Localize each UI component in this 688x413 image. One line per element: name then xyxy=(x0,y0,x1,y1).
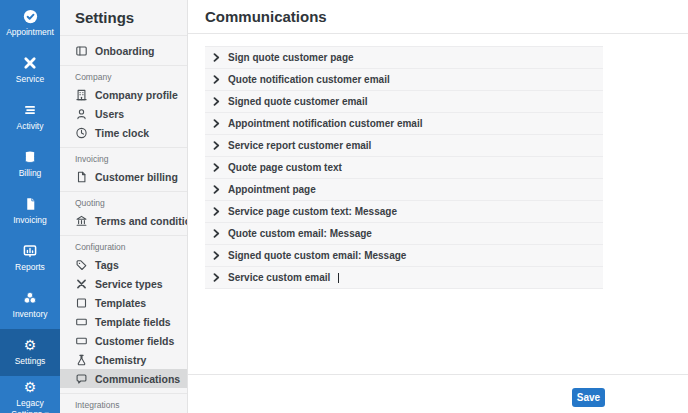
nav-item-legacy-settings[interactable]: ⚙Legacy Settings ▾ xyxy=(0,376,60,413)
accordion-row-label: Appointment notification customer email xyxy=(228,118,422,129)
settings-item-label: Customer fields xyxy=(95,335,174,347)
primary-sidebar: AppointmentServiceActivityBillingInvoici… xyxy=(0,0,60,413)
nav-item-label: Legacy Settings ▾ xyxy=(0,398,60,413)
user-icon xyxy=(75,108,88,120)
settings-item-tags[interactable]: Tags xyxy=(60,255,187,274)
gear-icon: ⚙ xyxy=(24,337,37,353)
accordion-row-label: Service custom email xyxy=(228,272,330,283)
settings-item-service-types[interactable]: Service types xyxy=(60,274,187,293)
settings-sidebar-title: Settings xyxy=(60,0,187,36)
chevron-right-icon xyxy=(213,163,220,172)
accordion-row-service-custom-email[interactable]: Service custom email xyxy=(205,267,603,289)
title-divider xyxy=(188,33,688,34)
crossed-tools-icon xyxy=(23,55,37,71)
nav-item-service[interactable]: Service xyxy=(0,47,60,94)
settings-item-label: Company profile xyxy=(95,89,178,101)
nav-item-billing[interactable]: Billing xyxy=(0,141,60,188)
settings-item-onboarding[interactable]: Onboarding xyxy=(60,41,187,60)
list-lines-icon xyxy=(23,102,37,118)
accordion-row-signed-quote-custom-email-message[interactable]: Signed quote custom email: Message xyxy=(205,245,603,267)
settings-item-label: Communications xyxy=(95,373,180,385)
settings-item-label: Template fields xyxy=(95,316,171,328)
accordion-row-quote-page-custom-text[interactable]: Quote page custom text xyxy=(205,157,603,179)
accordion-row-signed-quote-customer-email[interactable]: Signed quote customer email xyxy=(205,91,603,113)
accordion-row-appointment-notification-customer-email[interactable]: Appointment notification customer email xyxy=(205,113,603,135)
flask-icon xyxy=(75,354,88,366)
save-button[interactable]: Save xyxy=(572,388,605,407)
accordion-row-label: Service report customer email xyxy=(228,140,371,151)
nav-item-invoicing[interactable]: Invoicing xyxy=(0,188,60,235)
settings-item-terms-and-conditions[interactable]: Terms and conditions xyxy=(60,211,187,230)
nav-item-settings[interactable]: ⚙Settings xyxy=(0,329,60,376)
nav-item-activity[interactable]: Activity xyxy=(0,94,60,141)
square-icon xyxy=(75,297,88,309)
file-icon xyxy=(75,171,88,183)
onboarding-panel-icon xyxy=(75,45,88,57)
settings-item-template-fields[interactable]: Template fields xyxy=(60,312,187,331)
settings-item-chemistry[interactable]: Chemistry xyxy=(60,350,187,369)
chevron-right-icon xyxy=(213,141,220,150)
chat-bubble-icon xyxy=(75,373,88,385)
main-content: Communications Sign quote customer pageQ… xyxy=(188,0,688,413)
nav-item-label: Inventory xyxy=(11,309,50,320)
text-cursor xyxy=(338,273,339,283)
settings-item-label: Customer billing xyxy=(95,171,178,183)
page-title: Communications xyxy=(205,8,327,25)
accordion-row-label: Quote page custom text xyxy=(228,162,342,173)
settings-sidebar: Settings OnboardingCompanyCompany profil… xyxy=(60,0,188,413)
settings-item-communications[interactable]: Communications xyxy=(60,369,187,388)
accordion-row-appointment-page[interactable]: Appointment page xyxy=(205,179,603,201)
nav-item-reports[interactable]: Reports xyxy=(0,235,60,282)
accordion-row-label: Quote notification customer email xyxy=(228,74,390,85)
nav-item-appointment[interactable]: Appointment xyxy=(0,0,60,47)
chevron-right-icon xyxy=(213,207,220,216)
accordion-row-sign-quote-customer-page[interactable]: Sign quote customer page xyxy=(205,47,603,69)
chevron-right-icon xyxy=(213,251,220,260)
settings-item-label: Terms and conditions xyxy=(95,215,188,227)
settings-item-company-profile[interactable]: Company profile xyxy=(60,85,187,104)
wide-rect-icon xyxy=(75,316,88,328)
section-label-invoicing: Invoicing xyxy=(60,148,187,167)
settings-item-time-clock[interactable]: Time clock xyxy=(60,123,187,142)
settings-item-label: Users xyxy=(95,108,124,120)
settings-item-label: Tags xyxy=(95,259,119,271)
accordion-row-label: Service page custom text: Message xyxy=(228,206,397,217)
nav-item-label: Settings xyxy=(13,356,48,367)
settings-item-customer-fields[interactable]: Customer fields xyxy=(60,331,187,350)
chevron-right-icon xyxy=(213,97,220,106)
accordion-row-label: Signed quote customer email xyxy=(228,96,367,107)
chevron-right-icon xyxy=(213,185,220,194)
settings-item-customer-billing[interactable]: Customer billing xyxy=(60,167,187,186)
nav-item-label: Invoicing xyxy=(11,215,49,226)
chevron-right-icon xyxy=(213,273,220,282)
accordion-row-service-page-custom-text-message[interactable]: Service page custom text: Message xyxy=(205,201,603,223)
crossed-tools-icon xyxy=(75,278,88,290)
settings-item-label: Service types xyxy=(95,278,163,290)
settings-item-users[interactable]: Users xyxy=(60,104,187,123)
bar-chart-icon xyxy=(23,243,37,259)
settings-item-label: Chemistry xyxy=(95,354,146,366)
wide-rect-icon xyxy=(75,335,88,347)
document-icon xyxy=(24,196,37,212)
settings-item-templates[interactable]: Templates xyxy=(60,293,187,312)
nav-item-label: Reports xyxy=(13,262,47,273)
settings-item-label: Time clock xyxy=(95,127,149,139)
spheres-icon xyxy=(23,290,37,306)
accordion-row-label: Appointment page xyxy=(228,184,316,195)
chevron-right-icon xyxy=(213,75,220,84)
check-circle-icon xyxy=(23,8,38,24)
nav-item-label: Activity xyxy=(15,121,46,132)
nav-item-inventory[interactable]: Inventory xyxy=(0,282,60,329)
accordion-row-label: Signed quote custom email: Message xyxy=(228,250,406,261)
accordion-row-label: Sign quote customer page xyxy=(228,52,354,63)
accordion-row-quote-notification-customer-email[interactable]: Quote notification customer email xyxy=(205,69,603,91)
settings-item-label: Onboarding xyxy=(95,45,155,57)
accordion-row-quote-custom-email-message[interactable]: Quote custom email: Message xyxy=(205,223,603,245)
tag-icon xyxy=(75,259,88,271)
communications-accordion: Sign quote customer pageQuote notificati… xyxy=(205,46,603,289)
coins-icon xyxy=(23,149,37,165)
gear-icon: ⚙ xyxy=(24,379,37,395)
accordion-row-service-report-customer-email[interactable]: Service report customer email xyxy=(205,135,603,157)
chevron-right-icon xyxy=(213,229,220,238)
nav-item-label: Service xyxy=(14,74,46,85)
